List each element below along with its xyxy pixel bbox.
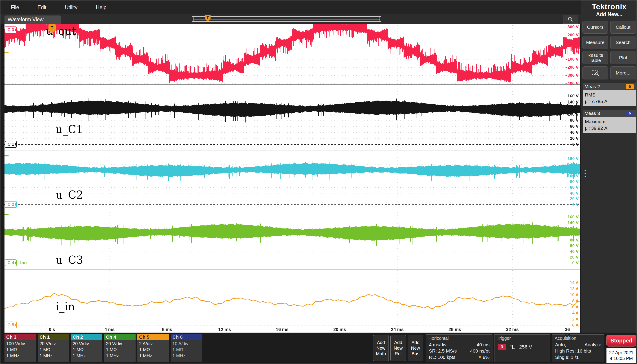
ch6-scale: 10 A/div (170, 341, 202, 346)
ch4-impedance: 1 MΩ (104, 347, 136, 352)
trigger-minimap-marker[interactable]: T (205, 15, 210, 22)
y-axis-tick-u_C2: 40 V (570, 191, 579, 196)
y-axis-tick-u_C2: 0 V (572, 202, 579, 207)
channel-badge-c3[interactable]: C 3 (5, 26, 16, 33)
trigger-panel[interactable]: Trigger 3 256 V (494, 334, 550, 362)
trigger-position-flag[interactable]: T (48, 24, 56, 32)
measurement-card-meas3[interactable]: Meas 3 6 Maximum μ': 39.92 A (583, 110, 636, 133)
meas3-title: Meas 3 (584, 111, 600, 116)
ch5-impedance: 1 MΩ (137, 347, 169, 352)
draw-a-box-button[interactable] (582, 66, 608, 80)
y-axis-tick-u_C1: 140 V (568, 100, 579, 104)
waveform-canvas[interactable] (4, 24, 580, 332)
channel-badge-c5[interactable]: C 5 (5, 322, 16, 328)
y-axis-tick-u_C2: 20 V (570, 196, 579, 201)
results-table-button[interactable]: Results Table (582, 51, 608, 64)
menu-edit[interactable]: Edit (38, 4, 46, 10)
panel-drag-handle[interactable]: ⋮ (580, 169, 590, 177)
bottom-bar: Ch 3 100 V/div 1 MΩ 1 MHz Ch 1 20 V/div … (0, 332, 637, 364)
channel-badge-c2[interactable]: C 2 (5, 201, 16, 208)
y-axis-tick-u_C3: 140 V (568, 220, 579, 225)
zoom-overlay-button[interactable] (563, 15, 578, 24)
horizontal-sample-rate: SR: 2.5 MS/s (429, 348, 457, 354)
add-new-header: Add New... (581, 12, 637, 18)
more-button[interactable]: More... (610, 66, 636, 80)
add-new-math-button[interactable]: Add New Math (373, 335, 389, 361)
ch2-scale: 20 V/div (71, 341, 102, 346)
draw-a-box-icon (591, 70, 599, 76)
horizontal-position: 8% (483, 354, 490, 360)
y-axis-tick-i_in: 14 A (570, 280, 579, 285)
channel-card-ch3[interactable]: Ch 3 100 V/div 1 MΩ 1 MHz (4, 334, 36, 362)
ch1-bandwidth: 1 MHz (38, 353, 69, 358)
acquisition-analyze: Analyze (584, 342, 601, 348)
right-sidebar: Tektronix Add New... Cursors Callout Mea… (581, 0, 637, 332)
channel-card-ch4[interactable]: Ch 4 20 V/div 1 MΩ 1 MHz (104, 334, 136, 362)
meas3-value: μ': 39.92 A (585, 125, 634, 131)
channel-card-ch6[interactable]: Ch 6 10 A/div 1 MΩ 1 MHz (170, 334, 202, 362)
y-axis-tick-u_C2: 60 V (570, 185, 579, 190)
y-axis-tick-u_out: -300 V (566, 73, 579, 78)
horizontal-panel[interactable]: Horizontal 4 ms/div 40 ms SR: 2.5 MS/s 4… (426, 334, 492, 362)
measure-button[interactable]: Measure (582, 36, 608, 49)
waveform-annotation-i_in[interactable]: i_in (56, 300, 75, 313)
search-button[interactable]: Search (610, 36, 636, 49)
channel-badge-c1[interactable]: C 1 (5, 141, 16, 148)
ch4-bandwidth: 1 MHz (104, 353, 136, 358)
y-axis-tick-u_out: -400 V (566, 81, 579, 86)
y-axis-tick-u_C2: 80 V (570, 179, 579, 184)
measurement-card-meas2[interactable]: Meas 2 5 RMS μ': 7.785 A (583, 83, 636, 106)
horizontal-resolution: 400 ns/pt (470, 348, 490, 354)
channel-card-ch5[interactable]: Ch 5 2 A/div 1 MΩ 1 MHz (137, 334, 169, 362)
add-new-bus-button[interactable]: Add New Bus (408, 335, 423, 361)
acquisition-panel[interactable]: Acquisition Auto, Analyze High Res: 16 b… (552, 334, 604, 362)
meas3-source-badge: 6 (626, 111, 634, 116)
menu-bar: File Edit Utility Help (0, 0, 581, 14)
y-axis-tick-u_C2: 120 V (568, 168, 579, 172)
y-axis-tick-u_C3: 0 V (572, 260, 579, 266)
ch2-header: Ch 2 (71, 334, 102, 340)
ch5-header: Ch 5 (137, 334, 169, 340)
waveform-annotation-u_C3[interactable]: u_C3 (56, 254, 83, 266)
record-view-minimap[interactable]: T (192, 16, 381, 22)
tab-waveform-view[interactable]: Waveform View (4, 16, 61, 24)
y-axis-tick-u_C3: 20 V (570, 255, 579, 260)
y-axis-tick-u_out: -100 V (566, 57, 579, 62)
waveform-plot-area[interactable]: 300 V200 V100 V0 V-100 V-200 V-300 V-400… (4, 24, 580, 332)
menu-utility[interactable]: Utility (65, 4, 78, 10)
trigger-source-badge: 3 (498, 344, 506, 350)
meas2-body: RMS μ': 7.785 A (583, 90, 636, 106)
channel-badge-c4[interactable]: C 4 (5, 260, 16, 266)
y-axis-tick-u_out: 0 V (572, 49, 579, 54)
acquisition-mode: Auto, (555, 342, 566, 348)
ch2-bandwidth: 1 MHz (71, 353, 102, 358)
add-new-ref-button[interactable]: Add New Ref (390, 335, 406, 361)
y-axis-tick-u_C1: 80 V (570, 118, 579, 123)
datetime-display: 27 Apr 2021 4:10:05 PM (606, 348, 636, 363)
y-axis-tick-u_C2: 100 V (568, 174, 579, 178)
time-label: 4:10:05 PM (610, 356, 633, 361)
y-axis-tick-u_out: 300 V (568, 24, 579, 30)
x-axis-tick: 4 ms (104, 327, 115, 332)
menu-file[interactable]: File (11, 4, 19, 10)
cursors-button[interactable]: Cursors (582, 21, 608, 34)
channel-card-ch1[interactable]: Ch 1 20 V/div 1 MΩ 1 MHz (38, 334, 69, 362)
y-axis-tick-u_out: 100 V (568, 40, 579, 46)
tektronix-logo: Tektronix (581, 2, 637, 11)
x-axis-tick: 32 ms (506, 327, 519, 332)
run-stop-button[interactable]: Stopped (606, 335, 636, 346)
ch3-scale: 100 V/div (4, 341, 36, 346)
meas2-value: μ': 7.785 A (585, 98, 634, 104)
plot-button[interactable]: Plot (610, 51, 636, 64)
waveform-annotation-u_C2[interactable]: u_C2 (56, 188, 83, 201)
callout-button[interactable]: Callout (610, 21, 636, 34)
y-axis-tick-u_C3: 160 V (568, 214, 579, 220)
waveform-annotation-u_C1[interactable]: u_C1 (56, 123, 83, 136)
x-axis-tick: 16 ms (276, 327, 289, 332)
y-axis-tick-u_C1: 120 V (568, 106, 579, 111)
acquisition-detail: High Res: 16 bits (555, 348, 591, 354)
menu-help[interactable]: Help (96, 4, 106, 10)
ch5-scale: 2 A/div (137, 341, 169, 346)
channel-card-ch2[interactable]: Ch 2 20 V/div 1 MΩ 1 MHz (71, 334, 102, 362)
meas2-source-badge: 5 (626, 84, 634, 89)
